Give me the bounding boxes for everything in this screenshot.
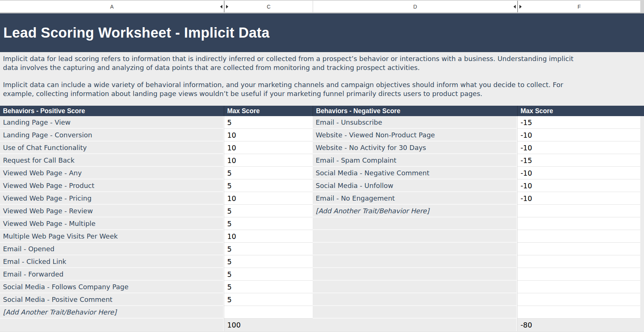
table-row: Landing Page - Conversion10Website - Vie… (0, 129, 644, 141)
cell-positive-behavior[interactable]: Viewed Web Page - Review (0, 205, 224, 217)
cell-positive-score[interactable]: 5 (224, 167, 313, 179)
row-gutter (640, 217, 644, 230)
table-row: Multiple Web Page Visits Per Week10 (0, 230, 644, 243)
row-gutter (640, 179, 644, 192)
cell-positive-behavior[interactable]: Viewed Web Page - Multiple (0, 217, 224, 230)
cell-negative-score[interactable] (517, 281, 640, 293)
cell-positive-score[interactable]: 10 (224, 141, 313, 154)
cell-negative-score[interactable] (517, 243, 640, 255)
cell-negative-behavior[interactable]: Website - No Activity for 30 Days (313, 141, 517, 154)
cell-positive-behavior[interactable]: Multiple Web Page Visits Per Week (0, 230, 224, 243)
cell-positive-behavior[interactable]: Email - Opened (0, 243, 224, 255)
column-header-c[interactable]: C (224, 1, 313, 12)
sheet-title-cell[interactable]: Lead Scoring Worksheet - Implicit Data (0, 13, 644, 52)
header-positive-max-score[interactable]: Max Score (224, 106, 313, 116)
cell-positive-score[interactable]: 5 (224, 293, 313, 306)
cell-negative-score[interactable]: -10 (517, 141, 640, 154)
column-letter-d: D (413, 4, 417, 10)
cell-negative-score[interactable] (517, 293, 640, 306)
cell-negative-behavior[interactable] (313, 306, 517, 319)
cell-positive-behavior[interactable]: Landing Page - Conversion (0, 129, 224, 141)
cell-negative-behavior[interactable] (313, 293, 517, 306)
cell-positive-score[interactable]: 10 (224, 230, 313, 243)
hidden-column-b-collapse-right-icon[interactable] (226, 5, 228, 9)
cell-positive-score[interactable]: 10 (224, 192, 313, 205)
row-gutter (640, 205, 644, 217)
cell-positive-behavior[interactable]: Viewed Web Page - Product (0, 179, 224, 192)
row-gutter (640, 243, 644, 255)
cell-negative-behavior[interactable]: Email - Spam Complaint (313, 154, 517, 167)
cell-positive-total-label[interactable] (0, 319, 224, 331)
cell-positive-behavior[interactable]: Use of Chat Functionality (0, 141, 224, 154)
cell-positive-behavior[interactable]: Emal - Clicked Link (0, 255, 224, 268)
cell-positive-behavior[interactable]: Request for Call Back (0, 154, 224, 167)
cell-negative-behavior[interactable] (313, 217, 517, 230)
cell-negative-score[interactable] (517, 217, 640, 230)
column-header-d[interactable]: D (313, 1, 517, 12)
cell-negative-behavior[interactable] (313, 268, 517, 281)
cell-negative-score[interactable]: -10 (517, 192, 640, 205)
header-negative-behaviors[interactable]: Behaviors - Negative Score (313, 106, 517, 116)
header-negative-max-score[interactable]: Max Score (517, 106, 644, 116)
row-gutter (640, 167, 644, 179)
hidden-column-e-collapse-left-icon[interactable] (513, 5, 516, 9)
cell-positive-score[interactable]: 5 (224, 281, 313, 293)
cell-positive-score[interactable]: 5 (224, 179, 313, 192)
header-corner-strip (640, 1, 644, 12)
cell-positive-behavior[interactable]: Social Media - Follows Company Page (0, 281, 224, 293)
cell-positive-score[interactable]: 5 (224, 255, 313, 268)
cell-negative-score[interactable]: -10 (517, 167, 640, 179)
cell-positive-behavior[interactable]: Viewed Web Page - Pricing (0, 192, 224, 205)
cell-positive-behavior[interactable]: Landing Page - View (0, 116, 224, 129)
cell-positive-score[interactable]: 5 (224, 268, 313, 281)
table-row: Landing Page - View5Email - Unsubscribe-… (0, 116, 644, 129)
cell-positive-behavior[interactable]: Email - Forwarded (0, 268, 224, 281)
cell-negative-score[interactable] (517, 268, 640, 281)
cell-positive-score[interactable]: 5 (224, 217, 313, 230)
cell-positive-score[interactable]: 5 (224, 116, 313, 129)
column-header-f[interactable]: F (517, 1, 640, 12)
column-header-a[interactable]: A (0, 1, 224, 12)
table-row: Viewed Web Page - Product5Social Media -… (0, 179, 644, 192)
cell-negative-behavior[interactable]: Email - No Engagement (313, 192, 517, 205)
cell-negative-score[interactable]: -10 (517, 179, 640, 192)
cell-negative-behavior[interactable] (313, 281, 517, 293)
table-row: Viewed Web Page - Pricing10Email - No En… (0, 192, 644, 205)
cell-positive-behavior[interactable]: Social Media - Positive Comment (0, 293, 224, 306)
cell-negative-total-score[interactable]: -80 (517, 319, 640, 331)
cell-positive-score[interactable] (224, 306, 313, 319)
table-row: Viewed Web Page - Multiple5 (0, 217, 644, 230)
cell-positive-score[interactable]: 10 (224, 129, 313, 141)
hidden-column-b-collapse-left-icon[interactable] (220, 5, 222, 9)
cell-negative-behavior[interactable] (313, 243, 517, 255)
cell-positive-total-score[interactable]: 100 (224, 319, 313, 331)
cell-negative-behavior[interactable]: [Add Another Trait/Behavior Here] (313, 205, 517, 217)
cell-negative-behavior[interactable] (313, 230, 517, 243)
cell-positive-behavior[interactable]: [Add Another Trait/Behavior Here] (0, 306, 224, 319)
cell-negative-score[interactable]: -15 (517, 154, 640, 167)
cell-positive-score[interactable]: 10 (224, 154, 313, 167)
cell-negative-score[interactable] (517, 306, 640, 319)
cell-negative-total-label[interactable] (313, 319, 517, 331)
cell-negative-behavior[interactable]: Email - Unsubscribe (313, 116, 517, 129)
cell-negative-behavior[interactable]: Social Media - Negative Comment (313, 167, 517, 179)
cell-negative-score[interactable] (517, 230, 640, 243)
row-gutter (640, 281, 644, 293)
column-header-row: A C D F (0, 0, 644, 13)
cell-positive-score[interactable]: 5 (224, 243, 313, 255)
cell-negative-behavior[interactable]: Social Media - Unfollow (313, 179, 517, 192)
cell-negative-score[interactable] (517, 255, 640, 268)
header-positive-behaviors[interactable]: Behaviors - Positive Score (0, 106, 224, 116)
cell-negative-score[interactable]: -10 (517, 129, 640, 141)
cell-negative-score[interactable] (517, 205, 640, 217)
description-paragraph-1: Implicit data for lead scoring refers to… (3, 54, 579, 72)
cell-positive-behavior[interactable]: Viewed Web Page - Any (0, 167, 224, 179)
hidden-column-e-collapse-right-icon[interactable] (519, 5, 522, 9)
cell-negative-score[interactable]: -15 (517, 116, 640, 129)
cell-negative-behavior[interactable] (313, 255, 517, 268)
data-grid: Landing Page - View5Email - Unsubscribe-… (0, 116, 644, 331)
cell-positive-score[interactable]: 5 (224, 205, 313, 217)
table-row: Use of Chat Functionality10Website - No … (0, 141, 644, 154)
cell-negative-behavior[interactable]: Website - Viewed Non-Product Page (313, 129, 517, 141)
sheet-description-cell[interactable]: Implicit data for lead scoring refers to… (0, 52, 644, 106)
